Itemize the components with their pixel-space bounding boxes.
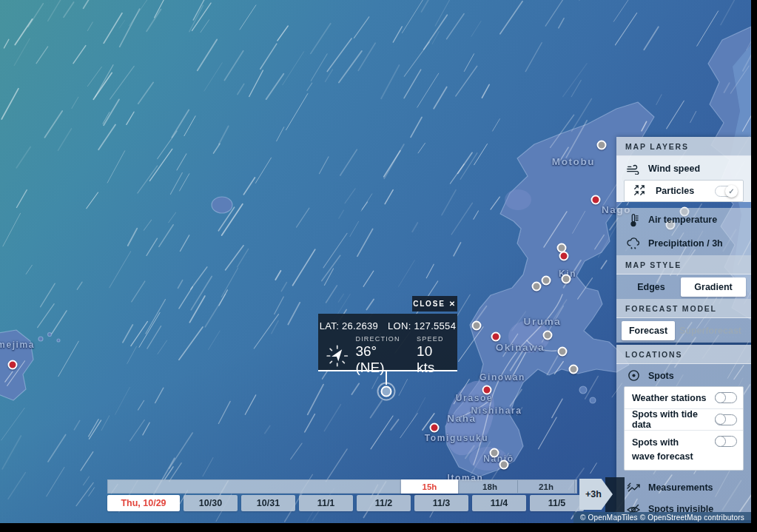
- precipitation-label: Precipitation / 3h: [648, 238, 723, 249]
- date-button-11-1[interactable]: 11/1: [299, 495, 353, 511]
- lat-value: LAT: 26.2639: [320, 320, 378, 331]
- spots-label: Spots: [648, 371, 674, 381]
- speed-value: 10 kts: [417, 343, 451, 376]
- city-label-tomigusuku: Tomigusuku: [425, 433, 488, 443]
- date-button-10-31[interactable]: 10/31: [241, 495, 295, 511]
- city-label-uruma: Uruma: [524, 316, 562, 327]
- time-label-18h: 18h: [482, 482, 497, 491]
- wave-spots-label: Spots with wave forecast: [632, 436, 703, 464]
- city-label-nishihara: Nishihara: [471, 405, 522, 416]
- map-style-edges-button[interactable]: Edges: [622, 277, 681, 297]
- spot-marker[interactable]: [490, 448, 499, 458]
- spot-marker[interactable]: [562, 275, 571, 284]
- close-icon: ✕: [449, 300, 457, 308]
- spot-marker[interactable]: [569, 365, 579, 374]
- direction-block: DIRECTION 36° (NE): [355, 335, 406, 376]
- city-label-naha: Naha: [447, 413, 476, 424]
- selected-point-marker[interactable]: [381, 386, 392, 397]
- speed-label: SPEED: [417, 335, 451, 343]
- lon-value: LON: 127.5554: [388, 320, 456, 331]
- layer-air-temperature[interactable]: Air temperature: [616, 208, 751, 232]
- air-temperature-label: Air temperature: [648, 215, 717, 225]
- layer-precipitation[interactable]: Precipitation / 3h: [616, 232, 751, 255]
- red-spot-marker[interactable]: [491, 332, 501, 342]
- city-label-okinawa: Okinawa: [496, 342, 545, 353]
- wind-info-popup: LAT: 26.2639 LON: 127.5554 D: [318, 314, 457, 371]
- popup-close-button[interactable]: CLOSE ✕: [412, 296, 457, 312]
- spot-marker[interactable]: [597, 141, 607, 150]
- speed-block: SPEED 10 kts: [417, 335, 451, 376]
- date-button-11-2[interactable]: 11/2: [357, 495, 411, 511]
- timeline-track[interactable]: 18h 21h 15h: [107, 479, 577, 494]
- wind-icon: [625, 164, 642, 175]
- measurements-row[interactable]: Measurements: [616, 477, 751, 498]
- timeline-current-time[interactable]: 15h: [401, 479, 458, 494]
- map-attribution: © OpenMapTiles © OpenStreetMap contribut…: [573, 512, 751, 523]
- spots-row[interactable]: Spots: [616, 366, 751, 385]
- spot-marker[interactable]: [532, 282, 542, 292]
- rain-cloud-icon: [625, 238, 642, 250]
- particles-toggle[interactable]: ✓: [715, 186, 737, 197]
- spot-marker[interactable]: [543, 331, 553, 340]
- city-label-kumejima: Kumejima: [0, 340, 35, 350]
- layer-particles[interactable]: Particles ✓: [625, 181, 743, 201]
- weather-stations-toggle[interactable]: [715, 392, 737, 403]
- tide-spots-row[interactable]: Spots with tide data: [625, 408, 743, 430]
- spot-marker[interactable]: [499, 460, 509, 470]
- direction-label: DIRECTION: [355, 335, 406, 343]
- map-canvas[interactable]: Motobu Nago Kin Uruma Okinawa Ginowan Ur…: [0, 0, 751, 523]
- particles-icon: [633, 184, 648, 198]
- date-button-10-30[interactable]: 10/30: [184, 495, 238, 511]
- wave-spots-toggle[interactable]: [715, 436, 737, 447]
- red-spot-marker[interactable]: [482, 385, 492, 395]
- spots-target-icon: [625, 369, 642, 382]
- time-label-21h: 21h: [539, 482, 554, 491]
- particles-label: Particles: [656, 186, 694, 196]
- date-button-10-29[interactable]: Thu, 10/29: [107, 495, 180, 511]
- forecast-model-header: FORECAST MODEL: [616, 299, 751, 318]
- map-layers-panel: MAP LAYERS Wind speed: [616, 137, 751, 343]
- date-button-11-5[interactable]: 11/5: [530, 495, 584, 511]
- locations-header: LOCATIONS: [616, 345, 751, 364]
- weather-stations-label: Weather stations: [632, 393, 707, 403]
- forecast-button[interactable]: Forecast: [622, 321, 675, 340]
- weather-stations-row[interactable]: Weather stations: [625, 387, 743, 408]
- wave-spots-row[interactable]: Spots with wave forecast: [625, 430, 743, 470]
- app-window: { "popup": { "close_label": "CLOSE", "la…: [0, 0, 757, 532]
- red-spot-marker[interactable]: [591, 195, 601, 205]
- measurements-chart-icon: [625, 482, 642, 493]
- coordinates-row: LAT: 26.2639 LON: 127.5554: [318, 320, 457, 331]
- map-style-gradient-button[interactable]: Gradient: [681, 277, 746, 297]
- date-button-11-3[interactable]: 11/3: [414, 495, 468, 511]
- compass-icon: [326, 343, 349, 368]
- locations-panel: LOCATIONS Spots Weather stations Spots w…: [616, 345, 751, 520]
- spot-marker[interactable]: [558, 347, 568, 357]
- thermometer-icon: [625, 213, 642, 227]
- spot-marker[interactable]: [472, 321, 482, 331]
- red-spot-marker[interactable]: [8, 360, 18, 370]
- tide-spots-label: Spots with tide data: [632, 409, 715, 430]
- spot-marker[interactable]: [542, 276, 551, 286]
- red-spot-marker[interactable]: [559, 252, 569, 261]
- city-label-ginowan: Ginowan: [480, 372, 525, 383]
- superforecast-button[interactable]: Superforecast: [675, 321, 746, 340]
- tide-spots-toggle[interactable]: [715, 414, 737, 425]
- city-label-motobu: Motobu: [552, 156, 595, 167]
- red-spot-marker[interactable]: [430, 423, 440, 433]
- date-button-11-4[interactable]: 11/4: [472, 495, 526, 511]
- map-layers-header: MAP LAYERS: [616, 137, 751, 156]
- wind-speed-label: Wind speed: [648, 164, 700, 174]
- layer-wind-speed[interactable]: Wind speed: [616, 158, 751, 179]
- direction-value: 36° (NE): [355, 343, 406, 376]
- check-icon: ✓: [725, 185, 738, 198]
- map-style-header: MAP STYLE: [616, 255, 751, 275]
- measurements-label: Measurements: [648, 482, 713, 493]
- popup-close-label: CLOSE: [413, 300, 445, 308]
